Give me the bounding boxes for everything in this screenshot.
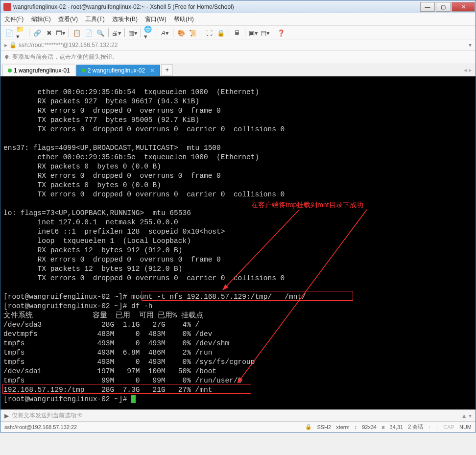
tab-label: 2 wangrufienglinux-02 [88,67,145,74]
send-text[interactable]: 仅将文本发送到当前选项卡 [12,411,458,420]
send-bar: ▶ 仅将文本发送到当前选项卡 ▲ ▾ [0,409,476,421]
terminal-line: TX packets 0 bytes 0 (0.0 B) [3,181,161,189]
cascade-icon[interactable]: ▤▾ [260,28,270,38]
status-pos: 34,31 [390,424,404,430]
terminal-line: inet6 ::1 prefixlen 128 scopeid 0x10<hos… [3,228,225,236]
terminal-line: RX packets 0 bytes 0 (0.0 B) [3,163,161,170]
status-down-icon[interactable]: ↓ [436,424,439,430]
tab-next-icon[interactable]: ▸ [469,67,472,73]
lock-icon[interactable]: 🔒 [216,28,226,38]
layout-icon[interactable]: ▦▾ [128,28,138,38]
calc-icon[interactable]: 🖩 [232,28,242,38]
terminal-line: [root@wangruifenglinux-02 ~]# [3,395,136,403]
menubar: 文件(F) 编辑(E) 查看(V) 工具(T) 选项卡(B) 窗口(W) 帮助(… [0,13,476,26]
terminal-line: tmpfs 493M 6.8M 486M 2% /run [3,349,212,357]
help-icon[interactable]: ❓ [276,28,286,38]
send-dropdown-icon[interactable]: ▲ ▾ [461,412,472,419]
statusbar: ssh://root@192.168.57.132:22 🔒 SSH2 xter… [0,421,476,432]
terminal-line: /dev/sda3 28G 1.1G 27G 4% / [3,321,199,329]
terminal-line: tmpfs 99M 0 99M 0% /run/user/0 [3,377,242,384]
terminal-line: ether 00:0c:29:35:6b:54 txqueuelen 1000 … [3,88,259,96]
status-ssh: SSH2 [317,424,331,430]
terminal[interactable]: ether 00:0c:29:35:6b:54 txqueuelen 1000 … [0,76,476,409]
terminal-line: ether 00:0c:29:35:6b:5e txqueuelen 1000 … [3,153,259,161]
terminal-line: tmpfs 493M 0 493M 0% /dev/shm [3,339,229,347]
address-text[interactable]: ssh://root:********@192.168.57.132:22 [19,42,469,48]
terminal-line: /dev/sda1 197M 97M 100M 50% /boot [3,367,216,375]
status-sessions: 2 会话 [408,423,423,431]
tabbar: 1 wangrufenglinux-01 2 wangrufienglinux-… [0,64,476,76]
find-icon[interactable]: 🔍 [95,28,105,38]
status-up-icon[interactable]: ↑ [428,424,431,430]
status-term: xterm [336,424,350,430]
color-icon[interactable]: 🎨 [176,28,186,38]
status-dot-icon [82,69,86,72]
terminal-line: RX errors 0 dropped 0 overruns 0 frame 0 [3,172,221,180]
tab-prev-icon[interactable]: ◂ [464,67,467,73]
terminal-line: RX errors 0 dropped 0 overruns 0 frame 0 [3,256,221,263]
print-icon[interactable]: 🖨▾ [112,28,121,38]
tab-session-2[interactable]: 2 wangrufienglinux-02 ✕ [76,65,160,76]
titlebar[interactable]: wangrufienglinux-02 - root@wangruifengli… [0,0,476,13]
reconnect-icon[interactable]: 🔗 [32,28,42,38]
toolbar: 📄 📁▾ 🔗 ✖ 🗔▾ 📋 📄 🔍 🖨▾ ▦▾ 🌐▾ A▾ 🎨 📜 ⛶ 🔒 🖩 … [0,26,476,40]
addressbar: ▸ 🔒 ssh://root:********@192.168.57.132:2… [0,40,476,50]
menu-edit[interactable]: 编辑(E) [31,16,51,23]
terminal-line: devtmpfs 483M 0 483M 0% /dev [3,330,212,338]
address-dropdown-icon[interactable]: ▾ [469,42,472,48]
send-icon[interactable]: ▶ [4,412,9,419]
status-ssh-icon: 🔒 [305,424,312,430]
copy-icon[interactable]: 📋 [72,28,82,38]
terminal-line: [root@wangruifenglinux-02 ~]# df -h [3,302,153,310]
open-icon[interactable]: 📁▾ [16,28,26,38]
properties-icon[interactable]: 🗔▾ [56,28,66,38]
terminal-line: TX packets 777 bytes 95005 (92.7 KiB) [3,116,199,124]
terminal-line: RX errors 0 dropped 0 overruns 0 frame 0 [3,107,221,115]
terminal-line: loop txqueuelen 1 (Local Loopback) [3,237,191,245]
terminal-line: TX errors 0 dropped 0 overruns 0 carrier… [3,274,285,282]
status-size-icon: ↕ [355,424,357,430]
terminal-line: TX errors 0 dropped 0 overruns 0 carrier… [3,125,285,133]
fullscreen-icon[interactable]: ⛶ [204,28,214,38]
menu-tabs[interactable]: 选项卡(B) [112,16,138,23]
terminal-line: inet 127.0.0.1 netmask 255.0.0.0 [3,218,178,226]
script-icon[interactable]: 📜 [188,28,198,38]
status-size: 92x34 [362,424,377,430]
info-text: 要添加当前会话，点击左侧的箭头按钮。 [12,53,118,61]
tab-close-icon[interactable]: ✕ [150,67,155,74]
terminal-line: lo: flags=73<UP,LOOPBACK,RUNNING> mtu 65… [3,209,191,217]
minimize-button[interactable]: — [420,2,435,12]
terminal-line: ens37: flags=4099<UP,BROADCAST,MULTICAST… [3,144,221,152]
tile-icon[interactable]: ▣▾ [248,28,258,38]
close-button[interactable]: ✕ [452,2,475,12]
new-tab-button[interactable]: + [161,64,173,76]
info-icon: 🗣 [4,54,10,61]
menu-view[interactable]: 查看(V) [58,16,78,23]
app-icon [3,3,11,11]
terminal-line: RX packets 927 bytes 96617 (94.3 KiB) [3,97,199,105]
cursor [131,395,136,403]
menu-help[interactable]: 帮助(H) [174,16,194,23]
status-dot-icon [8,69,12,72]
new-session-icon[interactable]: 📄 [4,28,14,38]
status-num: NUM [459,424,472,430]
lock-icon: 🔒 [9,42,17,48]
globe-icon[interactable]: 🌐▾ [144,28,154,38]
tab-session-1[interactable]: 1 wangrufenglinux-01 [2,65,75,76]
infobar: 🗣 要添加当前会话，点击左侧的箭头按钮。 [0,50,476,64]
font-icon[interactable]: A▾ [160,28,170,38]
terminal-line: 文件系统 容量 已用 可用 已用% 挂载点 [3,311,203,319]
session-add-icon[interactable]: ▸ [4,42,7,48]
status-connection: ssh://root@192.168.57.132:22 [4,424,77,430]
terminal-line: tmpfs 493M 0 493M 0% /sys/fs/cgroup [3,358,255,366]
maximize-button[interactable]: ▢ [436,2,451,12]
menu-tools[interactable]: 工具(T) [85,16,104,23]
menu-window[interactable]: 窗口(W) [145,16,166,23]
window-title: wangrufienglinux-02 - root@wangruifengli… [13,3,420,10]
menu-file[interactable]: 文件(F) [4,16,24,23]
disconnect-icon[interactable]: ✖ [44,28,54,38]
terminal-line: TX packets 12 bytes 912 (912.0 B) [3,265,182,273]
paste-icon[interactable]: 📄 [84,28,94,38]
terminal-line: RX packets 12 bytes 912 (912.0 B) [3,246,182,254]
tab-nav: ◂ ▸ [460,67,476,73]
